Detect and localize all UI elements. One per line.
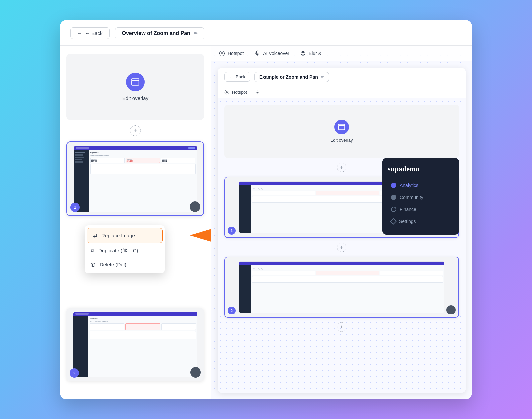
replace-image-item[interactable]: ⇄ Replace Image: [87, 228, 163, 243]
inner-slide-2-badge: 2: [228, 307, 236, 314]
nav-community[interactable]: Community: [388, 192, 454, 203]
top-bar: ← ← Back Overview of Zoom and Pan ✏: [60, 20, 472, 46]
inner-title-button[interactable]: Example or Zoom and Pan ✏: [254, 72, 329, 82]
orange-arrow: [163, 222, 211, 249]
hotspot-icon: [219, 50, 225, 56]
back-button[interactable]: ← ← Back: [70, 27, 110, 39]
main-window: ← ← Back Overview of Zoom and Pan ✏ Edit…: [60, 20, 472, 399]
add-slide-button[interactable]: +: [130, 125, 141, 136]
inner-hotspot-label: Hotspot: [232, 90, 247, 95]
duplicate-item[interactable]: ⧉ Duplicate (⌘ + C): [85, 244, 165, 258]
plus-icon: +: [134, 127, 137, 134]
analytics-dot: [391, 183, 396, 188]
inner-back-button[interactable]: ← Back: [224, 72, 250, 82]
inner-window: ← Back Example or Zoom and Pan ✏: [218, 68, 466, 393]
inner-top-bar: ← Back Example or Zoom and Pan ✏: [218, 68, 466, 86]
ai-voiceover-label: AI Voiceover: [263, 51, 289, 56]
inner-content: Edit overlay +: [218, 98, 466, 393]
ai-voiceover-tool[interactable]: AI Voiceover: [254, 50, 289, 56]
inner-add-slide-button-2[interactable]: +: [337, 243, 346, 252]
slide-1-menu-button[interactable]: ⋮: [190, 201, 200, 212]
svg-point-9: [226, 91, 228, 93]
svg-point-7: [301, 51, 305, 55]
arrow-indicator: [163, 222, 211, 250]
inner-title-text: Example or Zoom and Pan: [259, 74, 318, 80]
delete-icon: 🗑: [91, 262, 96, 267]
svg-rect-11: [338, 125, 344, 130]
inner-add-slide-button-1[interactable]: +: [337, 163, 346, 172]
svg-rect-0: [132, 80, 139, 85]
slide-2-badge: 2: [70, 368, 79, 378]
svg-point-4: [221, 52, 223, 54]
right-toolbar: Hotspot AI Voiceover Blur &: [211, 46, 472, 61]
edit-pencil-icon: ✏: [194, 31, 198, 36]
svg-rect-1: [132, 79, 139, 80]
content-area: Edit overlay +: [60, 46, 472, 399]
inner-overlay-icon: [334, 120, 349, 134]
finance-label: Finance: [400, 207, 416, 212]
slide-card-2[interactable]: supademo Let's try recording a Supademo: [66, 308, 204, 381]
blur-icon: [300, 50, 306, 56]
settings-label: Settings: [399, 219, 416, 224]
inner-edit-overlay-label: Edit overlay: [331, 138, 353, 143]
edit-overlay-label: Edit overlay: [122, 95, 148, 101]
back-label: ← Back: [85, 30, 103, 36]
blur-tool[interactable]: Blur &: [300, 50, 321, 56]
slide-1-thumbnail: supademo Let's try recording a Supademo …: [67, 142, 203, 215]
inner-dots-2: ⋮: [450, 309, 452, 311]
inner-hotspot-tool[interactable]: Hotspot: [224, 90, 247, 95]
duplicate-icon: ⧉: [91, 248, 94, 254]
slide-2-thumbnail: supademo Let's try recording a Supademo: [66, 308, 204, 381]
overlay-icon: [126, 73, 145, 91]
inner-plus-icon-1: +: [340, 164, 343, 170]
hotspot-tool[interactable]: Hotspot: [219, 50, 244, 56]
title-text: Overview of Zoom and Pan: [122, 30, 190, 36]
slide-1-badge: 1: [70, 203, 80, 212]
inner-hotspot-icon: [224, 90, 229, 95]
community-label: Community: [400, 195, 423, 200]
inner-slide-1-badge: 1: [228, 227, 236, 235]
inner-slide-2-thumb: supademo Let's try recording a Supademo: [225, 257, 458, 317]
duplicate-label: Duplicate (⌘ + C): [98, 248, 138, 254]
inner-edit-overlay: Edit overlay: [224, 105, 459, 158]
microphone-icon: [254, 50, 260, 56]
delete-label: Delete (Del): [100, 262, 126, 267]
supademo-dark-panel: supademo Analytics Community Finance: [382, 158, 459, 235]
inner-plus-icon-2: +: [340, 244, 343, 250]
inner-plus-icon-3: +: [340, 324, 343, 330]
delete-item[interactable]: 🗑 Delete (Del): [85, 258, 165, 271]
nav-analytics[interactable]: Analytics: [388, 180, 454, 191]
inner-add-slide-button-3[interactable]: +: [337, 322, 346, 332]
hotspot-label: Hotspot: [228, 51, 244, 56]
inner-edit-icon: ✏: [321, 75, 324, 79]
analytics-label: Analytics: [400, 183, 418, 188]
left-panel: Edit overlay +: [60, 46, 211, 399]
inner-mic-tool[interactable]: [255, 90, 260, 95]
replace-image-label: Replace Image: [101, 233, 135, 238]
settings-dot: [390, 218, 397, 225]
edit-overlay-card: Edit overlay: [66, 54, 204, 120]
dots-icon: ⋮: [194, 206, 196, 207]
inner-mic-icon: [255, 90, 260, 95]
slide-2-menu-button[interactable]: ⋮: [190, 367, 201, 378]
replace-icon: ⇄: [93, 232, 97, 239]
svg-rect-10: [257, 90, 258, 93]
inner-archive-icon: [338, 123, 345, 131]
back-arrow-icon: ←: [77, 30, 82, 36]
inner-back-label: Back: [236, 74, 245, 79]
svg-rect-5: [257, 51, 258, 54]
right-panel: Hotspot AI Voiceover Blur &: [211, 46, 472, 399]
nav-settings[interactable]: Settings: [388, 216, 454, 227]
dots-icon-2: ⋮: [195, 371, 196, 373]
title-button[interactable]: Overview of Zoom and Pan ✏: [115, 27, 204, 39]
community-dot: [391, 195, 396, 200]
supademo-logo: supademo: [388, 165, 454, 173]
slide-card-1[interactable]: supademo Let's try recording a Supademo …: [66, 141, 204, 216]
archive-icon: [131, 78, 140, 86]
inner-slide-card-2[interactable]: supademo Let's try recording a Supademo: [224, 257, 459, 318]
inner-slide-2-menu[interactable]: ⋮: [446, 305, 456, 314]
svg-rect-12: [338, 124, 344, 126]
inner-toolbar: Hotspot: [218, 86, 466, 98]
nav-finance[interactable]: Finance: [388, 204, 454, 215]
inner-back-arrow-icon: ←: [229, 74, 234, 79]
